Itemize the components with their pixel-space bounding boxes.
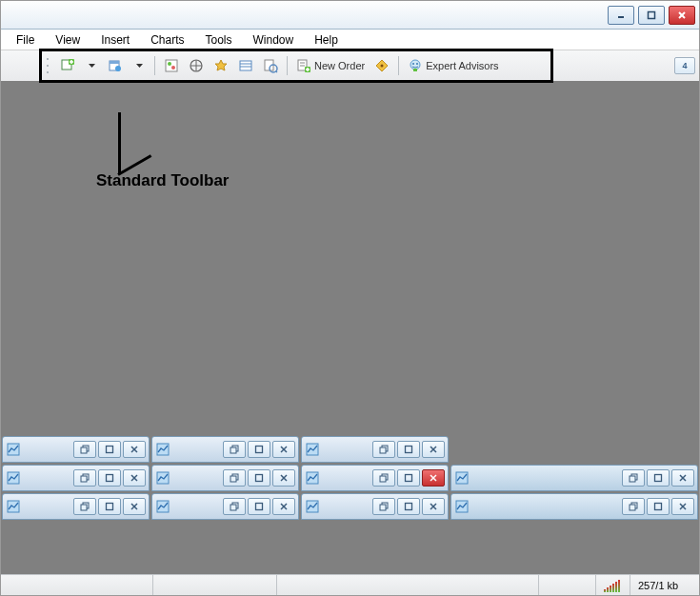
annotation-label: Standard Toolbar [96, 171, 229, 190]
minimized-window[interactable] [301, 436, 449, 463]
titlebar [1, 1, 699, 30]
child-close-button[interactable] [671, 469, 694, 487]
svg-rect-46 [230, 447, 236, 453]
chart-window-icon [454, 470, 470, 486]
child-maximize-button[interactable] [397, 469, 420, 487]
svg-rect-100 [630, 505, 635, 510]
svg-point-33 [381, 65, 384, 68]
close-button[interactable] [669, 6, 695, 25]
svg-rect-94 [380, 505, 386, 510]
minimized-window[interactable] [301, 493, 449, 520]
chart-window-icon [305, 442, 320, 457]
child-restore-button[interactable] [223, 469, 246, 487]
svg-rect-76 [630, 476, 635, 482]
status-cell [1, 575, 153, 595]
minimized-window[interactable] [2, 465, 150, 491]
menu-charts[interactable]: Charts [141, 31, 193, 49]
child-restore-button[interactable] [372, 441, 395, 458]
svg-rect-1 [649, 11, 655, 18]
svg-rect-13 [166, 60, 177, 71]
metaquotes-button[interactable] [370, 55, 393, 76]
chart-window-icon [155, 442, 170, 457]
child-maximize-button[interactable] [647, 498, 670, 515]
minimized-window[interactable] [151, 465, 299, 491]
child-close-button[interactable] [671, 498, 694, 515]
child-close-button[interactable] [272, 469, 295, 487]
child-restore-button[interactable] [622, 469, 645, 487]
child-maximize-button[interactable] [397, 441, 420, 458]
toolbar-grip-icon[interactable] [47, 56, 52, 75]
minimized-window[interactable] [151, 493, 299, 520]
svg-rect-82 [81, 505, 87, 510]
market-watch-button[interactable] [160, 55, 183, 76]
child-restore-button[interactable] [73, 469, 96, 487]
child-close-button[interactable] [272, 498, 295, 515]
toolbar-right-indicator[interactable]: 4 [674, 57, 695, 74]
child-maximize-button[interactable] [98, 469, 121, 487]
svg-rect-53 [406, 447, 412, 453]
svg-rect-10 [110, 61, 119, 64]
child-restore-button[interactable] [622, 498, 645, 515]
menu-insert[interactable]: Insert [91, 31, 139, 49]
svg-rect-88 [230, 505, 236, 510]
child-maximize-button[interactable] [397, 498, 420, 515]
child-restore-button[interactable] [223, 498, 246, 515]
profiles-button[interactable] [104, 55, 127, 76]
child-close-button[interactable] [422, 469, 445, 487]
child-maximize-button[interactable] [98, 441, 121, 458]
new-order-button[interactable]: New Order [292, 55, 369, 76]
chart-window-icon [454, 499, 470, 514]
minimize-button[interactable] [608, 6, 634, 25]
chart-window-icon [6, 470, 21, 486]
child-restore-button[interactable] [372, 498, 395, 515]
minimized-window[interactable] [2, 493, 150, 520]
annotation-arrow-line [118, 112, 121, 174]
child-close-button[interactable] [422, 441, 445, 458]
child-maximize-button[interactable] [647, 469, 670, 487]
new-chart-dropdown[interactable] [81, 55, 102, 76]
expert-advisors-button[interactable]: Expert Advisors [404, 55, 502, 76]
child-maximize-button[interactable] [248, 498, 270, 515]
child-close-button[interactable] [422, 498, 445, 515]
svg-rect-89 [256, 504, 263, 510]
svg-rect-40 [81, 447, 87, 453]
minimized-window[interactable] [450, 493, 698, 520]
minimized-window[interactable] [151, 436, 299, 463]
new-order-label: New Order [314, 60, 365, 71]
profiles-dropdown[interactable] [129, 55, 150, 76]
terminal-button[interactable] [234, 55, 257, 76]
chart-window-icon [305, 499, 320, 514]
navigator-button[interactable] [210, 55, 232, 76]
menu-file[interactable]: File [7, 31, 44, 49]
toolbar-area: New Order Expert Advisors 4 [1, 50, 699, 81]
child-restore-button[interactable] [223, 441, 246, 458]
maximize-button[interactable] [638, 6, 665, 25]
minimized-window[interactable] [450, 465, 698, 491]
menu-window[interactable]: Window [244, 31, 304, 49]
new-chart-button[interactable] [56, 55, 79, 76]
menu-tools[interactable]: Tools [196, 31, 242, 49]
child-close-button[interactable] [123, 498, 146, 515]
child-close-button[interactable] [123, 469, 146, 487]
child-maximize-button[interactable] [248, 441, 270, 458]
child-restore-button[interactable] [73, 498, 96, 515]
child-close-button[interactable] [272, 441, 295, 458]
child-restore-button[interactable] [372, 469, 395, 487]
toolbar-separator [154, 56, 155, 75]
svg-marker-12 [136, 64, 143, 68]
child-maximize-button[interactable] [248, 469, 270, 487]
menu-help[interactable]: Help [305, 31, 348, 49]
svg-marker-8 [89, 64, 95, 68]
child-close-button[interactable] [123, 441, 146, 458]
minimized-window[interactable] [2, 436, 150, 463]
status-transfer: 257/1 kb [630, 575, 699, 595]
child-maximize-button[interactable] [98, 498, 121, 515]
menu-view[interactable]: View [46, 31, 90, 49]
svg-rect-52 [380, 447, 386, 453]
child-restore-button[interactable] [73, 441, 96, 458]
strategy-tester-button[interactable] [259, 55, 282, 76]
data-window-button[interactable] [185, 55, 208, 76]
chart-window-icon [305, 470, 320, 486]
minimized-window-active[interactable] [301, 465, 449, 491]
svg-rect-41 [107, 447, 113, 453]
